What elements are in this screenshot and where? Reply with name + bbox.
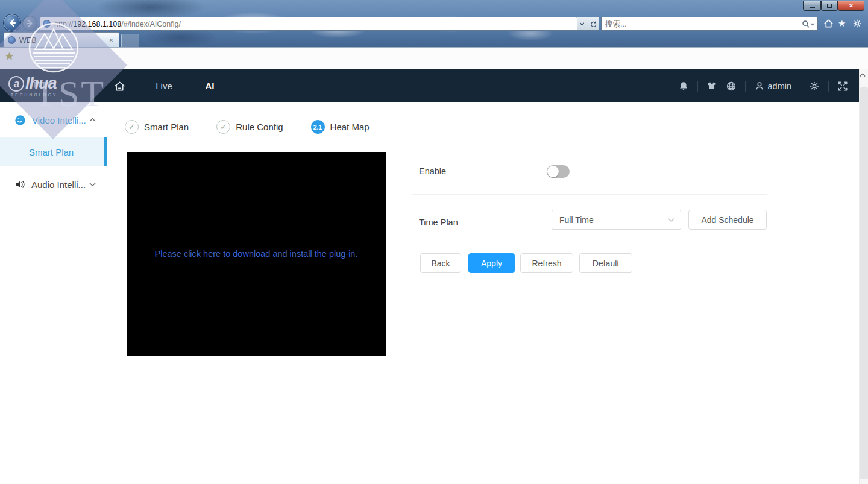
- minimize-icon: [810, 7, 815, 8]
- sidebar-item-label: Smart Plan: [29, 147, 74, 157]
- theme-skin-icon[interactable]: [706, 81, 717, 91]
- chevron-down-icon: [89, 182, 96, 187]
- navbar-separator: [800, 81, 800, 92]
- navbar-divider: [98, 77, 98, 94]
- form-divider: [412, 194, 767, 195]
- scrollbar-thumb[interactable]: [860, 87, 868, 479]
- enable-label: Enable: [419, 166, 446, 176]
- navbar-separator: [828, 81, 829, 92]
- step-rule-config-circle[interactable]: ✓: [216, 120, 230, 134]
- navbar-separator: [697, 81, 698, 92]
- autocomplete-dropdown-icon[interactable]: [579, 21, 585, 27]
- step-smart-plan-circle[interactable]: ✓: [125, 120, 139, 134]
- step-smart-plan-label[interactable]: Smart Plan: [144, 122, 189, 132]
- user-icon: [754, 81, 765, 92]
- page-scrollbar[interactable]: [859, 69, 868, 484]
- stepper-connector: [285, 127, 310, 127]
- sidebar-item-video-intelligence[interactable]: Video Intelli...: [0, 102, 107, 137]
- time-plan-select[interactable]: Full Time: [552, 210, 681, 230]
- chevron-up-icon: [89, 118, 96, 122]
- site-favicon: [43, 20, 51, 28]
- tab-title: WEB: [19, 36, 107, 45]
- close-icon: ×: [849, 2, 853, 9]
- sidebar-item-label: Video Intelli...: [32, 115, 86, 125]
- video-intelligence-icon: [14, 115, 26, 126]
- time-plan-value: Full Time: [559, 215, 594, 225]
- browser-favorites-icon[interactable]: ★: [838, 18, 846, 29]
- home-icon: [113, 80, 126, 92]
- stepper-connector: [190, 127, 215, 127]
- back-button[interactable]: Back: [420, 253, 461, 273]
- time-plan-label: Time Plan: [419, 218, 458, 227]
- sidebar: Video Intelli... Smart Plan Audio Intell…: [0, 102, 107, 484]
- url-host: 192.168.1.108: [73, 20, 121, 28]
- stepper-divider: [107, 142, 859, 142]
- tab-ai[interactable]: AI: [197, 69, 223, 102]
- forward-arrow-icon: [26, 19, 34, 28]
- browser-back-button[interactable]: [3, 14, 21, 32]
- refresh-button[interactable]: Refresh: [520, 253, 573, 273]
- nav-home-button[interactable]: [108, 69, 130, 102]
- screen: × http://192.168.1.108/#/index/AIConfig/: [0, 0, 868, 484]
- logo-circle-a: a: [8, 76, 24, 92]
- navbar-right-tools: admin: [678, 69, 849, 102]
- minimize-button[interactable]: [803, 1, 821, 11]
- plugin-download-link[interactable]: Please click here to download and instal…: [155, 249, 358, 259]
- step-rule-config-label[interactable]: Rule Config: [236, 122, 283, 132]
- apply-button[interactable]: Apply: [468, 253, 515, 273]
- url-scheme: http://: [54, 20, 73, 28]
- search-input[interactable]: [602, 20, 802, 28]
- add-schedule-button[interactable]: Add Schedule: [688, 210, 767, 230]
- logo-subtext: TECHNOLOGY: [11, 93, 58, 97]
- favorites-bar: ★: [0, 47, 868, 69]
- step-badge: 2.1: [313, 124, 322, 131]
- refresh-page-icon[interactable]: [590, 20, 597, 28]
- video-preview-area: Please click here to download and instal…: [127, 152, 386, 356]
- default-button[interactable]: Default: [579, 253, 632, 273]
- back-arrow-icon: [7, 18, 17, 28]
- toggle-knob: [547, 166, 559, 177]
- address-bar[interactable]: http://192.168.1.108/#/index/AIConfig/: [40, 17, 577, 31]
- fullscreen-icon[interactable]: [837, 81, 848, 92]
- step-heat-map-circle[interactable]: 2.1: [311, 120, 325, 134]
- restore-icon: [827, 4, 832, 8]
- check-icon: ✓: [128, 122, 135, 131]
- logo-text: lhua: [25, 74, 57, 93]
- wizard-stepper: ✓ Smart Plan ✓ Rule Config 2.1 Heat Map: [125, 120, 370, 134]
- username-label: admin: [768, 81, 792, 91]
- address-bar-tools: [577, 17, 599, 31]
- main-content: ✓ Smart Plan ✓ Rule Config 2.1 Heat Map …: [107, 102, 859, 484]
- tab-favicon: [8, 36, 16, 44]
- browser-home-icon[interactable]: [823, 19, 834, 28]
- search-icon: [802, 20, 810, 28]
- audio-intelligence-icon: [14, 179, 25, 190]
- sidebar-item-audio-intelligence[interactable]: Audio Intelli...: [0, 170, 107, 199]
- scroll-up-arrow[interactable]: [860, 73, 868, 77]
- search-tools[interactable]: [802, 20, 817, 28]
- window-controls: ×: [803, 1, 864, 11]
- browser-tab[interactable]: WEB ×: [4, 32, 119, 48]
- user-menu[interactable]: admin: [754, 81, 792, 92]
- settings-gear-icon[interactable]: [809, 81, 820, 92]
- enable-toggle[interactable]: [547, 165, 570, 178]
- app-navbar: alhua TECHNOLOGY Live AI admin: [0, 69, 859, 102]
- step-heat-map-label[interactable]: Heat Map: [330, 122, 370, 132]
- url-text: http://192.168.1.108/#/index/AIConfig/: [54, 20, 181, 28]
- search-box: [601, 17, 818, 31]
- search-dropdown-icon: [810, 22, 815, 27]
- language-globe-icon[interactable]: [726, 81, 737, 92]
- sidebar-item-label: Audio Intelli...: [31, 180, 86, 190]
- tab-close-icon[interactable]: ×: [107, 36, 115, 45]
- url-path: /#/index/AIConfig/: [121, 20, 181, 28]
- browser-settings-icon[interactable]: [852, 19, 862, 28]
- notifications-bell-icon[interactable]: [678, 81, 689, 92]
- restore-button[interactable]: [821, 1, 838, 11]
- new-tab-button[interactable]: [121, 34, 139, 48]
- chevron-down-icon: [668, 218, 675, 222]
- add-favorite-icon[interactable]: ★: [5, 50, 14, 63]
- tab-live[interactable]: Live: [147, 69, 181, 102]
- close-window-button[interactable]: ×: [838, 1, 864, 11]
- browser-forward-button[interactable]: [22, 16, 37, 31]
- check-icon: ✓: [220, 122, 227, 131]
- sidebar-item-smart-plan[interactable]: Smart Plan: [0, 137, 107, 166]
